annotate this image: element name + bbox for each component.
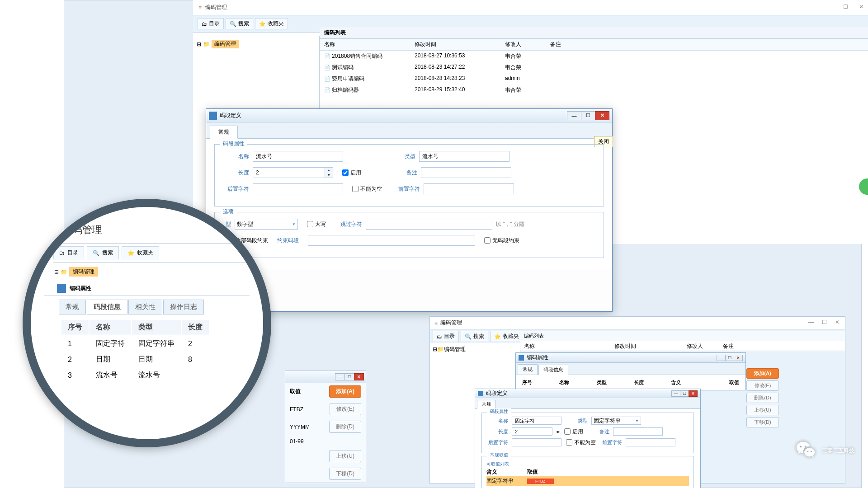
d1-close[interactable]: ✕	[734, 355, 743, 361]
input-skip[interactable]	[366, 219, 492, 230]
zoom-search-button[interactable]: 🔍搜索	[87, 246, 119, 259]
mini-col-name[interactable]: 名称	[520, 341, 611, 352]
zoom-tree-node[interactable]: ⊟📁编码管理	[54, 267, 250, 277]
mini-tab-general[interactable]: 常规	[518, 364, 538, 375]
edit-button[interactable]: 修改(E)	[330, 403, 361, 415]
spin-down[interactable]: ▼	[325, 173, 333, 178]
tree-minus-icon[interactable]: ⊟	[197, 41, 201, 47]
col-user[interactable]: 修改人	[500, 39, 546, 50]
mini-catalog-button[interactable]: 🗂目录	[433, 331, 459, 342]
maximize-button[interactable]: ☐	[843, 4, 848, 10]
mini-down-button[interactable]: 下移(D)	[746, 417, 779, 427]
input-prefix[interactable]	[424, 183, 514, 194]
d2-min[interactable]: —	[671, 390, 680, 397]
input-constraint-seg[interactable]	[308, 235, 475, 246]
side-min[interactable]: —	[335, 373, 345, 380]
catalog-button[interactable]: 🗂目录	[198, 18, 224, 29]
mini-col-note[interactable]: 备注	[719, 341, 737, 352]
check-no-constraint[interactable]: 无码段约束	[484, 237, 519, 244]
checkbox-upper[interactable]	[307, 221, 313, 227]
mini-check-notnull[interactable]: 不能为空	[566, 439, 596, 446]
zcol-type[interactable]: 类型	[132, 320, 181, 335]
combo-dtype[interactable]: 数字型	[235, 219, 298, 230]
mini-close[interactable]: ✕	[835, 319, 840, 325]
list-row[interactable]: 费用申请编码2018-08-28 14:28:23admin	[320, 73, 868, 84]
hamburger-icon[interactable]: ≡	[198, 5, 202, 11]
dialog-titlebar[interactable]: 码段定义 — ☐ ✕	[206, 109, 612, 122]
zoom-tab-segment[interactable]: 码段信息	[87, 300, 127, 314]
check-notnull[interactable]: 不能为空	[352, 185, 382, 193]
mini-col-time[interactable]: 修改时间	[611, 341, 683, 352]
spin-up[interactable]: ▲	[325, 168, 333, 173]
zoom-favorites-button[interactable]: ⭐收藏夹	[122, 246, 159, 259]
favorites-button[interactable]: ⭐收藏夹	[255, 18, 288, 29]
zcol-length[interactable]: 长度	[182, 320, 209, 335]
zoom-table-row[interactable]: 3流水号流水号	[61, 368, 209, 383]
mini-max[interactable]: ☐	[822, 319, 827, 325]
mini-input-note[interactable]	[613, 427, 663, 436]
minimize-button[interactable]: —	[827, 4, 832, 10]
down-button[interactable]: 下移(D)	[329, 468, 361, 480]
mini-input-name[interactable]	[512, 417, 561, 425]
input-note[interactable]	[421, 167, 511, 178]
mini-up-button[interactable]: 上移(U)	[746, 405, 779, 415]
zcol-name[interactable]: 名称	[90, 320, 131, 335]
dialog-maximize[interactable]: ☐	[581, 111, 595, 120]
tab-general[interactable]: 常规	[210, 126, 238, 139]
mini-input-length[interactable]	[512, 427, 552, 436]
hamburger-icon[interactable]: ≡	[434, 320, 438, 326]
search-button[interactable]: 🔍搜索	[226, 18, 253, 29]
check-upper[interactable]: 大写	[307, 221, 326, 228]
mini-fav-button[interactable]: ⭐收藏夹	[490, 331, 523, 342]
zoom-tab-general[interactable]: 常规	[59, 300, 86, 314]
mini-tree-node[interactable]: ⊟📁编码管理	[433, 346, 517, 353]
up-button[interactable]: 上移(U)	[329, 450, 361, 462]
mini-dlg1-title[interactable]: 编码属性 —☐✕	[516, 353, 745, 363]
list-row[interactable]: 测试编码2018-08-23 14:27:22韦合荣	[320, 62, 868, 73]
mini-search-button[interactable]: 🔍搜索	[461, 331, 488, 342]
d1-max[interactable]: ☐	[725, 355, 734, 361]
side-close[interactable]: ✕	[354, 373, 364, 380]
spinner-length[interactable]: ▲▼	[253, 167, 333, 178]
spinner-length-input[interactable]	[253, 167, 325, 178]
mini-tab-segment[interactable]: 码段信息	[538, 365, 568, 375]
dialog-close[interactable]: ✕	[595, 111, 609, 120]
col-note[interactable]: 备注	[546, 39, 868, 50]
input-name[interactable]	[253, 151, 343, 162]
input-type[interactable]	[419, 151, 509, 162]
close-button[interactable]: ✕	[859, 4, 863, 10]
zoom-table-row[interactable]: 2日期日期8	[61, 352, 209, 367]
d2-close[interactable]: ✕	[689, 390, 698, 397]
mini-edit-button[interactable]: 修改(E)	[746, 380, 779, 391]
add-button[interactable]: 添加(A)	[329, 385, 361, 398]
side-title[interactable]: —☐✕	[285, 371, 366, 383]
d1-min[interactable]: —	[717, 355, 726, 361]
list-row[interactable]: 201808销售合同编码2018-08-27 10:36:53韦合荣	[320, 51, 868, 62]
delete-button[interactable]: 删除(D)	[329, 421, 361, 433]
checkbox-enable[interactable]	[342, 169, 349, 176]
mini-col-user[interactable]: 修改人	[683, 341, 719, 352]
d2-max[interactable]: ☐	[680, 390, 689, 397]
mini-delete-button[interactable]: 删除(D)	[746, 393, 779, 403]
mini-combo-type[interactable]: 固定字符串	[591, 417, 641, 425]
zoom-catalog-button[interactable]: 🗂目录	[53, 246, 84, 259]
col-name[interactable]: 名称	[320, 39, 410, 50]
mini-check-enable[interactable]: 启用	[564, 428, 583, 436]
zoom-table-row[interactable]: 1固定字符固定字符串2	[61, 336, 209, 351]
checkbox-no-constraint[interactable]	[484, 237, 491, 244]
mini-min[interactable]: —	[808, 319, 814, 325]
mini-input-postfix[interactable]	[512, 438, 561, 446]
mini-dlg2-title[interactable]: 码段定义 —☐✕	[475, 389, 700, 398]
zoom-tab-log[interactable]: 操作日志	[163, 300, 204, 314]
dialog-minimize[interactable]: —	[567, 111, 581, 120]
mini2-tab-general[interactable]: 常规	[477, 400, 496, 409]
tree-minus-icon[interactable]: ⊟	[54, 269, 59, 275]
mini-input-prefix[interactable]	[626, 438, 675, 446]
list-row[interactable]: 归档编码器2018-08-29 15:32:40韦合荣	[320, 84, 868, 96]
col-time[interactable]: 修改时间	[410, 39, 500, 50]
mini-add-button[interactable]: 添加(A)	[746, 368, 779, 379]
side-max[interactable]: ☐	[344, 373, 354, 380]
checkbox-notnull[interactable]	[352, 186, 359, 192]
zcol-no[interactable]: 序号	[61, 320, 89, 335]
zoom-tab-relation[interactable]: 相关性	[128, 300, 162, 314]
